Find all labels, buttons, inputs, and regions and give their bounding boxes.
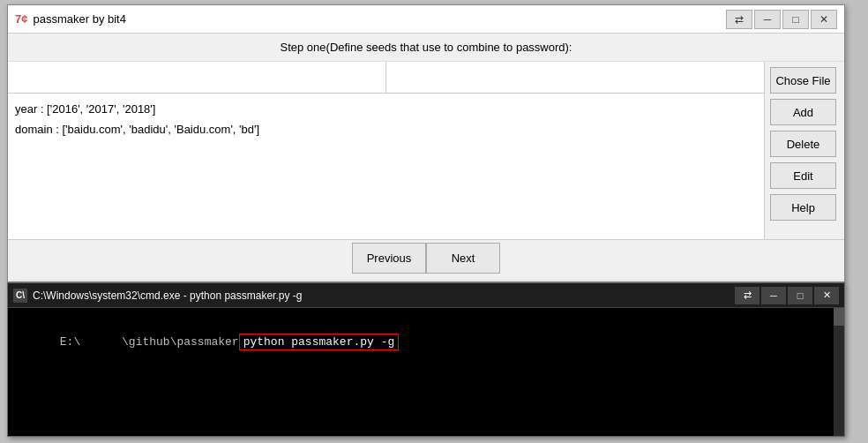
add-button[interactable]: Add <box>770 99 836 125</box>
cmd-maximize-button[interactable]: □ <box>788 287 812 304</box>
title-left: 7¢ passmaker by bit4 <box>15 12 126 26</box>
edit-button[interactable]: Edit <box>770 162 836 189</box>
cmd-controls: ⇄ ─ □ ✕ <box>735 287 839 304</box>
app-icon: 7¢ <box>15 12 27 26</box>
title-bar: 7¢ passmaker by bit4 ⇄ ─ □ ✕ <box>8 5 844 34</box>
minimize-button[interactable]: ─ <box>754 10 781 29</box>
swap-button[interactable]: ⇄ <box>726 10 752 29</box>
cmd-title-text: C:\Windows\system32\cmd.exe - python pas… <box>33 289 302 302</box>
delete-button[interactable]: Delete <box>770 131 836 157</box>
right-buttons-panel: Chose File Add Delete Edit Help <box>765 62 844 239</box>
window-title: passmaker by bit4 <box>33 12 126 26</box>
cmd-content: E:\ \github\passmakerpython passmaker.py… <box>8 308 844 436</box>
previous-button[interactable]: Previous <box>352 243 426 274</box>
maximize-button[interactable]: □ <box>782 10 809 29</box>
main-window: 7¢ passmaker by bit4 ⇄ ─ □ ✕ Step one(De… <box>7 4 845 282</box>
cmd-path: E:\ \github\passmaker <box>60 335 239 349</box>
list-item: domain : ['baidu.com', 'badidu', 'Baidu.… <box>15 119 757 139</box>
seed-input-left[interactable] <box>8 62 386 93</box>
list-item: year : ['2016', '2017', '2018'] <box>15 99 757 119</box>
window-controls: ⇄ ─ □ ✕ <box>726 10 837 29</box>
cmd-scrollbar[interactable] <box>834 308 844 436</box>
next-button[interactable]: Next <box>426 243 500 274</box>
help-button[interactable]: Help <box>770 194 836 221</box>
close-button[interactable]: ✕ <box>811 10 837 29</box>
content-area: year : ['2016', '2017', '2018'] domain :… <box>8 62 844 239</box>
cmd-window: C\ C:\Windows\system32\cmd.exe - python … <box>7 282 845 437</box>
cmd-scrollbar-thumb <box>834 308 844 326</box>
cmd-command-highlighted: python passmaker.py -g <box>239 334 400 350</box>
step-label: Step one(Define seeds that use to combin… <box>8 34 844 62</box>
cmd-icon-label: C\ <box>16 290 25 300</box>
list-area: year : ['2016', '2017', '2018'] domain :… <box>8 94 764 239</box>
seed-input-right[interactable] <box>386 62 764 93</box>
cmd-title-bar: C\ C:\Windows\system32\cmd.exe - python … <box>8 283 844 308</box>
bottom-nav: Previous Next <box>8 239 844 276</box>
cmd-line: E:\ \github\passmakerpython passmaker.py… <box>19 315 834 370</box>
cmd-title-left: C\ C:\Windows\system32\cmd.exe - python … <box>13 289 302 303</box>
cmd-close-button[interactable]: ✕ <box>814 287 839 304</box>
cmd-swap-button[interactable]: ⇄ <box>735 287 760 304</box>
input-row <box>8 62 764 94</box>
chose-file-button[interactable]: Chose File <box>770 67 836 94</box>
cmd-minimize-button[interactable]: ─ <box>761 287 786 304</box>
cmd-icon: C\ <box>13 289 27 303</box>
left-panel: year : ['2016', '2017', '2018'] domain :… <box>8 62 765 239</box>
